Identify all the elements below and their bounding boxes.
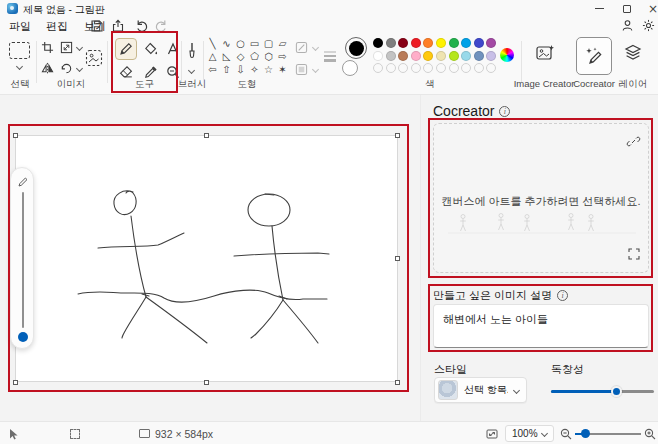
shape-button[interactable]: ✧ (248, 63, 261, 76)
drawing-canvas[interactable] (15, 135, 398, 382)
image-creator-button[interactable] (534, 42, 556, 64)
palette-color-swatch[interactable] (474, 51, 484, 61)
unlink-icon[interactable] (627, 134, 640, 152)
outline-dropdown-chevron-icon[interactable] (312, 44, 319, 51)
shape-button[interactable]: ⇧ (220, 63, 233, 76)
shape-button[interactable]: ∿ (220, 37, 233, 50)
color2-swatch[interactable] (342, 60, 358, 76)
palette-color-swatch[interactable] (436, 51, 446, 61)
palette-color-swatch[interactable] (423, 51, 433, 61)
image-creator-label[interactable]: Image Creator (513, 78, 575, 89)
resize-handle-bottom-right[interactable] (395, 380, 400, 385)
shape-button[interactable]: ✶ (276, 63, 289, 76)
settings-button[interactable] (642, 19, 657, 33)
palette-color-swatch[interactable] (398, 38, 408, 48)
cocreator-info-icon[interactable] (499, 106, 510, 117)
redo-button[interactable] (154, 19, 169, 33)
palette-empty-slot[interactable] (423, 63, 433, 73)
palette-color-swatch[interactable] (423, 38, 433, 48)
selection-tool-button[interactable] (9, 42, 30, 59)
share-button[interactable] (111, 19, 126, 33)
palette-color-swatch[interactable] (461, 38, 471, 48)
resize-handle-bottom-left[interactable] (13, 380, 18, 385)
cocreator-button[interactable] (576, 37, 612, 75)
palette-color-swatch[interactable] (449, 38, 459, 48)
palette-color-swatch[interactable] (398, 51, 408, 61)
palette-color-swatch[interactable] (436, 38, 446, 48)
resize-handle-top-right[interactable] (395, 133, 400, 138)
creativity-slider-thumb[interactable] (611, 386, 622, 397)
account-button[interactable] (621, 19, 636, 33)
shape-button[interactable]: ⇦ (206, 63, 219, 76)
shape-button[interactable]: ☆ (262, 63, 275, 76)
palette-empty-slot[interactable] (486, 63, 496, 73)
palette-empty-slot[interactable] (474, 63, 484, 73)
palette-color-swatch[interactable] (449, 51, 459, 61)
palette-color-swatch[interactable] (373, 38, 383, 48)
description-input[interactable]: 해변에서 노는 아이들 (433, 304, 649, 348)
palette-empty-slot[interactable] (449, 63, 459, 73)
fit-to-screen-button[interactable] (486, 422, 498, 444)
zoom-slider[interactable] (575, 428, 641, 439)
palette-empty-slot[interactable] (436, 63, 446, 73)
undo-button[interactable] (135, 19, 150, 33)
shape-fill-button[interactable] (292, 60, 310, 78)
palette-color-swatch[interactable] (386, 51, 396, 61)
menu-file[interactable]: 파일 (5, 19, 35, 34)
palette-color-swatch[interactable] (386, 38, 396, 48)
shape-button[interactable]: ⇩ (234, 63, 247, 76)
palette-empty-slot[interactable] (386, 63, 396, 73)
resize-handle-right-middle[interactable] (395, 256, 400, 261)
palette-empty-slot[interactable] (398, 63, 408, 73)
ai-select-button[interactable] (82, 46, 106, 70)
layers-button[interactable] (622, 42, 644, 64)
flip-button[interactable] (38, 59, 56, 77)
pen-size-track[interactable] (22, 192, 24, 328)
fill-dropdown-chevron-icon[interactable] (312, 66, 319, 73)
zoom-in-button[interactable] (644, 422, 656, 444)
shape-button[interactable]: ▱ (276, 37, 289, 50)
menu-edit[interactable]: 편집 (42, 19, 72, 34)
expand-icon[interactable] (628, 246, 640, 264)
layers-label[interactable]: 레이어 (611, 78, 655, 91)
brushes-button[interactable] (181, 39, 203, 63)
shape-button[interactable]: ▢ (262, 37, 275, 50)
pen-size-thumb[interactable] (18, 332, 28, 342)
color1-swatch[interactable] (345, 37, 367, 59)
zoom-slider-thumb[interactable] (581, 429, 590, 438)
selection-dropdown-chevron-icon[interactable] (16, 63, 23, 70)
shape-outline-button[interactable] (292, 38, 310, 56)
palette-empty-slot[interactable] (411, 63, 421, 73)
shape-button[interactable]: ▭ (248, 37, 261, 50)
resize-handle-top-middle[interactable] (204, 133, 209, 138)
crop-button[interactable] (38, 38, 56, 56)
shape-button[interactable]: ◺ (220, 50, 233, 63)
zoom-level-dropdown[interactable]: 100% (505, 425, 554, 442)
pencil-tool-button[interactable] (115, 38, 137, 60)
palette-color-swatch[interactable] (486, 51, 496, 61)
description-info-icon[interactable] (557, 290, 568, 301)
resize-button[interactable] (57, 38, 75, 56)
edit-colors-button[interactable] (500, 48, 514, 62)
resize-handle-top-left[interactable] (13, 133, 18, 138)
shape-button[interactable]: ⬠ (248, 50, 261, 63)
save-button[interactable] (90, 19, 105, 33)
style-dropdown[interactable]: 선택 항목... (434, 377, 527, 403)
palette-color-swatch[interactable] (411, 51, 421, 61)
palette-empty-slot[interactable] (373, 63, 383, 73)
close-button[interactable] (640, 0, 658, 17)
shape-button[interactable]: ◇ (234, 50, 247, 63)
palette-color-swatch[interactable] (411, 38, 421, 48)
resize-handle-bottom-middle[interactable] (204, 380, 209, 385)
shape-button[interactable]: ○ (234, 37, 247, 50)
shape-button[interactable]: ╲ (206, 37, 219, 50)
palette-color-swatch[interactable] (486, 38, 496, 48)
rotate-button[interactable] (57, 59, 75, 77)
palette-color-swatch[interactable] (461, 51, 471, 61)
minimize-button[interactable] (586, 0, 612, 17)
shape-button[interactable]: ⬡ (262, 50, 275, 63)
palette-empty-slot[interactable] (461, 63, 471, 73)
brushes-dropdown-chevron-icon[interactable] (188, 67, 195, 74)
zoom-out-button[interactable] (560, 422, 572, 444)
creativity-slider[interactable] (551, 386, 654, 396)
